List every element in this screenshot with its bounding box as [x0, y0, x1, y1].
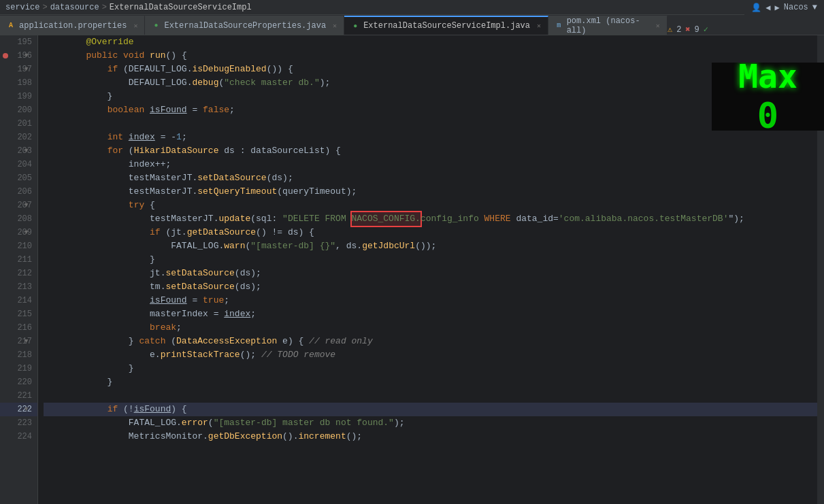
editor-area: 195 196 ▼ 197 ▼ 198 199 200 201 202 203 … [0, 35, 824, 504]
nacos-dropdown-icon[interactable]: ▼ [812, 3, 817, 12]
gutter-223: 223 [0, 416, 37, 430]
code-line-218: e.printStackTrace(); // TODO remove [44, 348, 817, 362]
error-count: 9 [695, 25, 699, 35]
gutter-211: 211 [0, 253, 37, 267]
fold-196[interactable]: ▼ [24, 52, 28, 59]
code-line-212: jt.setDataSource(ds); [44, 267, 817, 280]
tab-pom-xml[interactable]: m pom.xml (nacos-all) ✕ [548, 16, 668, 35]
code-line-205: testMasterJT.setDataSource(ds); [44, 171, 817, 185]
gutter-206: 206 [0, 185, 37, 199]
code-line-214: isFound = true; [44, 294, 817, 307]
tab-app-props[interactable]: A application.properties ✕ [0, 16, 145, 35]
game-score: 0 [757, 95, 778, 131]
code-line-211: } [44, 253, 817, 267]
code-line-213: tm.setDataSource(ds); [44, 280, 817, 294]
code-line-196: public void run() { [44, 49, 817, 63]
gutter-209: 209 ▼ [0, 226, 37, 239]
code-line-219: } [44, 362, 817, 375]
breadcrumb-service[interactable]: service [5, 3, 39, 12]
gutter-202: 202 [0, 131, 37, 144]
fold-217[interactable]: ▼ [24, 338, 28, 345]
tab-app-props-icon: A [7, 22, 15, 30]
gutter-217: 217 ▼ [0, 335, 37, 348]
gutter-214: 214 [0, 294, 37, 307]
code-line-208: testMasterJT.update(sql: "DELETE FROM NA… [44, 212, 817, 226]
tab-ext-impl[interactable]: ● ExternalDataSourceServiceImpl.java ✕ [344, 16, 548, 35]
arrow-left-icon: ◀ [765, 3, 770, 13]
tab-app-props-label: application.properties [19, 21, 127, 31]
warning-count: 2 [676, 25, 681, 35]
line-gutter: 195 196 ▼ 197 ▼ 198 199 200 201 202 203 … [0, 35, 38, 504]
code-line-220: } [44, 375, 817, 389]
tab-ext-props[interactable]: ● ExternalDataSourceProperties.java ✕ [145, 16, 344, 35]
code-line-199: } [44, 90, 817, 103]
gutter-197: 197 ▼ [0, 63, 37, 76]
tab-ext-props-label: ExternalDataSourceProperties.java [164, 21, 326, 31]
tabs-bar: A application.properties ✕ ● ExternalDat… [0, 15, 824, 35]
gutter-212: 212 [0, 267, 37, 280]
gutter-224: 224 [0, 430, 37, 443]
code-line-223: FATAL_LOG.error("[master-db] master db n… [44, 416, 817, 430]
tab-ext-impl-label: ExternalDataSourceServiceImpl.java [363, 21, 530, 31]
breakpoint-196[interactable] [3, 53, 8, 58]
breadcrumb: service > datasource > ExternalDataSourc… [0, 0, 824, 15]
game-text: Max [738, 63, 797, 95]
gutter-213: 213 [0, 280, 37, 294]
gutter-216: 216 [0, 321, 37, 335]
code-line-201 [44, 117, 817, 131]
code-line-197: if (DEFAULT_LOG.isDebugEnabled()) { [44, 63, 817, 76]
gutter-198: 198 [0, 76, 37, 90]
code-line-195: @Override [44, 35, 817, 49]
error-icon: ✖ [685, 24, 690, 35]
user-icon: 👤 [751, 3, 761, 13]
gutter-203: 203 ▼ [0, 144, 37, 158]
code-line-198: DEFAULT_LOG.debug("check master db."); [44, 76, 817, 90]
code-line-206: testMasterJT.setQueryTimeout(queryTimeou… [44, 185, 817, 199]
code-line-221 [44, 389, 817, 403]
code-line-207: try { [44, 199, 817, 212]
gutter-219: 219 [0, 362, 37, 375]
code-line-204: index++; [44, 158, 817, 171]
fold-209[interactable]: ▼ [24, 229, 28, 236]
tab-pom-xml-label: pom.xml (nacos-all) [567, 16, 649, 35]
gutter-208: 208 [0, 212, 37, 226]
fold-222[interactable]: ▼ [24, 406, 28, 413]
gutter-210: 210 [0, 239, 37, 253]
warning-icon: ⚠ [668, 24, 672, 35]
tab-pom-xml-icon: m [555, 22, 563, 30]
gutter-195: 195 [0, 35, 37, 49]
fold-207[interactable]: ▼ [24, 202, 28, 209]
code-line-202: int index = -1; [44, 131, 817, 144]
tab-ext-impl-close[interactable]: ✕ [537, 22, 541, 30]
gutter-199: 199 [0, 90, 37, 103]
tab-pom-xml-close[interactable]: ✕ [656, 22, 660, 30]
code-line-216: break; [44, 321, 817, 335]
gutter-215: 215 [0, 307, 37, 321]
game-overlay: Max 0 [712, 63, 824, 131]
nacos-config-highlight: NACOS_CONFIG. [352, 212, 421, 226]
gutter-204: 204 [0, 158, 37, 171]
nacos-label: 👤 ◀ ▶ Nacos ▼ [744, 0, 824, 15]
nacos-text: Nacos [784, 3, 808, 12]
gutter-201: 201 [0, 117, 37, 131]
code-line-203: for (HikariDataSource ds : dataSourceLis… [44, 144, 817, 158]
arrow-right-icon: ▶ [775, 3, 780, 13]
fold-203[interactable]: ▼ [24, 148, 28, 154]
code-line-200: boolean isFound = false; [44, 103, 817, 117]
code-line-215: masterIndex = index; [44, 307, 817, 321]
code-line-224: MetricsMonitor.getDbException().incremen… [44, 430, 817, 443]
fold-197[interactable]: ▼ [24, 66, 28, 73]
code-line-217: } catch (DataAccessException e) { // rea… [44, 335, 817, 348]
breadcrumb-datasource[interactable]: datasource [50, 3, 99, 12]
tab-ext-props-close[interactable]: ✕ [333, 22, 337, 30]
breadcrumb-class[interactable]: ExternalDataSourceServiceImpl [110, 3, 252, 12]
gutter-207: 207 ▼ [0, 199, 37, 212]
tab-app-props-close[interactable]: ✕ [133, 22, 137, 30]
code-line-222: if (!isFound) { [44, 403, 817, 416]
gutter-218: 218 [0, 348, 37, 362]
code-line-210: FATAL_LOG.warn("[master-db] {}", ds.getJ… [44, 239, 817, 253]
gutter-221: 221 [0, 389, 37, 403]
code-line-209: if (jt.getDataSource() != ds) { [44, 226, 817, 239]
code-content[interactable]: @Override public void run() { if (DEFAUL… [38, 35, 817, 504]
gutter-200: 200 [0, 103, 37, 117]
